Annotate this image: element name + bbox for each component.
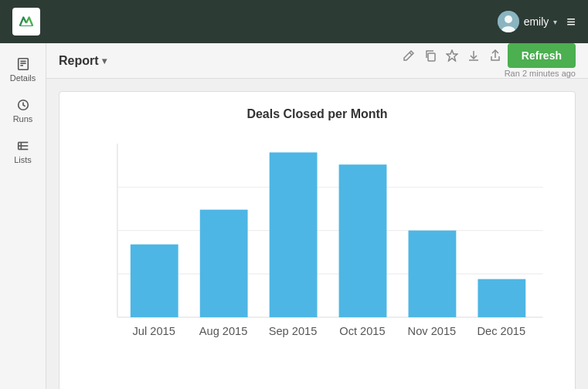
chart-title: Deals Closed per Month xyxy=(246,107,387,121)
sidebar-item-lists[interactable]: Lists xyxy=(0,131,46,172)
bar-aug-2015 xyxy=(200,210,248,317)
sidebar: Details Runs Lists xyxy=(0,43,46,389)
copy-icon xyxy=(424,49,437,62)
lists-icon xyxy=(16,139,30,153)
chart-svg-wrapper: Jul 2015 Aug 2015 Sep 2015 Oct 2015 Nov … xyxy=(83,134,552,362)
toolbar-left: Report ▾ xyxy=(59,54,107,68)
download-icon xyxy=(467,49,480,62)
toolbar-right-wrap: Refresh Ran 2 minutes ago xyxy=(399,43,576,78)
refresh-button[interactable]: Refresh xyxy=(508,43,576,68)
bar-nov-2015 xyxy=(409,231,457,317)
navbar-right: emily ▾ ≡ xyxy=(498,11,576,32)
sidebar-item-runs[interactable]: Runs xyxy=(0,90,46,131)
toolbar-icons-row: Refresh xyxy=(399,43,576,68)
hamburger-icon: ≡ xyxy=(566,13,576,30)
bar-jul-2015 xyxy=(131,245,178,317)
label-jul: Jul 2015 xyxy=(133,325,175,337)
navbar: emily ▾ ≡ xyxy=(0,0,588,43)
edit-icon xyxy=(403,49,415,62)
chart-container: Deals Closed per Month xyxy=(59,91,576,389)
star-icon xyxy=(446,49,458,62)
edit-button[interactable] xyxy=(399,46,418,65)
copy-button[interactable] xyxy=(421,46,440,65)
label-aug: Aug 2015 xyxy=(199,325,248,337)
bar-chart-svg: Jul 2015 Aug 2015 Sep 2015 Oct 2015 Nov … xyxy=(83,134,552,362)
report-dropdown-button[interactable]: Report ▾ xyxy=(59,54,107,68)
sidebar-item-runs-label: Runs xyxy=(13,114,33,123)
details-icon xyxy=(16,57,30,71)
content-area: Report ▾ xyxy=(46,43,588,389)
avatar xyxy=(498,11,519,32)
svg-marker-15 xyxy=(447,50,457,61)
app-logo xyxy=(12,8,40,36)
svg-point-1 xyxy=(505,15,512,23)
label-sep: Sep 2015 xyxy=(269,325,318,337)
main-layout: Details Runs Lists Rep xyxy=(0,43,588,389)
bar-sep-2015 xyxy=(270,152,318,317)
svg-rect-3 xyxy=(18,59,28,69)
label-oct: Oct 2015 xyxy=(339,325,385,337)
user-chevron-icon: ▾ xyxy=(553,18,557,26)
sidebar-item-lists-label: Lists xyxy=(14,155,32,164)
svg-rect-14 xyxy=(428,53,435,61)
export-button[interactable] xyxy=(486,46,505,65)
bar-oct-2015 xyxy=(339,164,387,317)
export-icon xyxy=(489,49,501,62)
label-nov: Nov 2015 xyxy=(408,325,457,337)
download-button[interactable] xyxy=(464,46,483,65)
bar-dec-2015 xyxy=(478,279,525,317)
user-name-label: emily xyxy=(524,15,549,28)
sidebar-item-details[interactable]: Details xyxy=(0,49,46,90)
svg-line-13 xyxy=(410,52,412,55)
label-dec: Dec 2015 xyxy=(478,325,526,337)
sidebar-item-details-label: Details xyxy=(10,73,36,83)
toolbar: Report ▾ xyxy=(46,43,588,79)
ran-text: Ran 2 minutes ago xyxy=(505,69,576,78)
report-label: Report xyxy=(59,54,99,68)
star-button[interactable] xyxy=(443,46,461,65)
chart-area: Deals Closed per Month xyxy=(46,79,588,389)
report-chevron-icon: ▾ xyxy=(102,56,107,66)
runs-icon xyxy=(16,98,30,112)
user-menu-button[interactable]: emily ▾ xyxy=(498,11,558,32)
hamburger-menu-button[interactable]: ≡ xyxy=(566,14,576,29)
